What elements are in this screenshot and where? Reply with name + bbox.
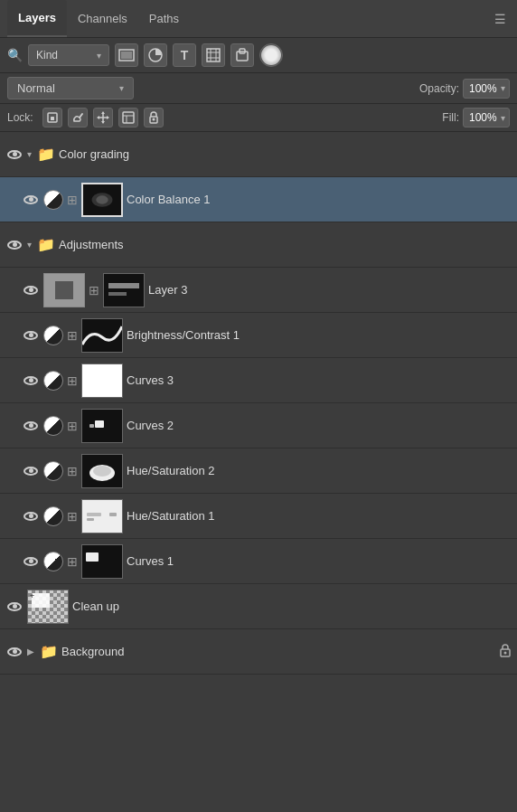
- svg-rect-29: [108, 292, 127, 296]
- link-icon-hue-saturation-1: ⊞: [67, 509, 78, 524]
- lock-art-icon[interactable]: [118, 108, 138, 127]
- layer-row-color-grading-group[interactable]: ▾ 📁 Color grading: [0, 132, 517, 177]
- svg-point-45: [504, 652, 507, 655]
- adj-icon-curves-1: [43, 552, 63, 571]
- svg-rect-33: [95, 420, 104, 428]
- folder-icon-background: 📁: [40, 643, 58, 660]
- layer-row-hue-saturation-2[interactable]: ⊞ Hue/Saturation 2: [0, 448, 517, 494]
- svg-rect-27: [104, 274, 144, 307]
- layer-name-layer-3: Layer 3: [148, 283, 512, 297]
- panel-menu-icon[interactable]: ☰: [491, 8, 510, 30]
- adj-icon-hue-saturation-1: [43, 506, 63, 526]
- adj-icon-hue-saturation-2: [43, 461, 63, 481]
- layer-name-curves-3: Curves 3: [127, 373, 512, 387]
- layer-name-brightness-contrast-1: Brightness/Contrast 1: [127, 328, 512, 342]
- kind-dropdown[interactable]: Kind ▾: [28, 44, 109, 66]
- visibility-eye-color-grading[interactable]: [5, 146, 24, 164]
- layer-row-clean-up[interactable]: + Clean up: [0, 584, 517, 629]
- thumbnail-clean-up: +: [27, 590, 69, 624]
- lock-pixels-icon[interactable]: [42, 108, 62, 127]
- layer-row-color-balance-1[interactable]: ⊞ Color Balance 1: [0, 177, 517, 222]
- link-icon-layer-3: ⊞: [89, 283, 99, 297]
- blend-dropdown-arrow: ▾: [119, 83, 124, 93]
- link-icon-brightness-contrast-1: ⊞: [67, 328, 78, 343]
- layer-row-curves-1[interactable]: ⊞ Curves 1: [0, 539, 517, 584]
- lock-paint-icon[interactable]: [68, 108, 88, 127]
- fill-group: Fill: 100% ▾: [442, 108, 510, 127]
- svg-rect-28: [108, 283, 139, 288]
- svg-marker-16: [97, 116, 99, 119]
- mask-thumbnail-layer-3: [103, 273, 145, 307]
- link-icon-hue-saturation-2: ⊞: [67, 464, 78, 478]
- lock-move-icon[interactable]: [93, 108, 113, 127]
- layers-list: ▾ 📁 Color grading ⊞ Color Balance 1 ▾ 📁 …: [0, 132, 517, 675]
- layer-name-hue-saturation-2: Hue/Saturation 2: [127, 464, 512, 477]
- link-icon-color-balance-1: ⊞: [67, 193, 78, 207]
- opacity-group: Opacity: 100% ▾: [419, 79, 510, 99]
- thumbnail-curves-2: [81, 409, 123, 443]
- lock-all-icon[interactable]: [144, 108, 164, 127]
- layer-name-color-grading: Color grading: [59, 147, 512, 161]
- visibility-eye-curves-3[interactable]: [22, 372, 40, 390]
- link-icon-curves-3: ⊞: [67, 373, 78, 388]
- filter-color-icon[interactable]: [259, 43, 283, 67]
- fill-input[interactable]: 100% ▾: [463, 108, 510, 127]
- link-icon-curves-1: ⊞: [67, 554, 78, 569]
- svg-rect-18: [123, 112, 134, 123]
- layer-row-hue-saturation-1[interactable]: ⊞ Hue/Saturation 1: [0, 494, 517, 539]
- layer-name-curves-2: Curves 2: [127, 419, 512, 432]
- thumbnail-curves-3: [81, 364, 123, 398]
- filter-pixel-icon[interactable]: [115, 43, 138, 67]
- svg-rect-40: [87, 518, 94, 521]
- svg-rect-1: [121, 52, 132, 59]
- filter-shape-icon[interactable]: [202, 43, 225, 67]
- visibility-eye-curves-2[interactable]: [22, 417, 40, 435]
- opacity-input[interactable]: 100% ▾: [463, 79, 510, 99]
- visibility-eye-clean-up[interactable]: [5, 598, 24, 616]
- visibility-eye-adjustments[interactable]: [5, 236, 24, 254]
- layer-name-color-balance-1: Color Balance 1: [127, 193, 512, 206]
- svg-rect-3: [207, 49, 220, 61]
- expand-arrow-adjustments[interactable]: ▾: [27, 240, 32, 250]
- tab-layers[interactable]: Layers: [7, 0, 67, 37]
- folder-icon-adjustments: 📁: [37, 236, 55, 253]
- svg-marker-15: [101, 121, 105, 124]
- filter-adjustment-icon[interactable]: [144, 43, 167, 67]
- visibility-eye-layer-3[interactable]: [22, 281, 40, 299]
- layers-panel: Layers Channels Paths ☰ 🔍 Kind ▾ T: [0, 0, 517, 675]
- blend-bar: Normal ▾ Opacity: 100% ▾: [0, 73, 517, 104]
- visibility-eye-curves-1[interactable]: [22, 552, 40, 571]
- filter-type-icon[interactable]: T: [173, 43, 196, 67]
- filter-smart-object-icon[interactable]: [230, 43, 254, 67]
- layer-row-brightness-contrast-1[interactable]: ⊞ Brightness/Contrast 1: [0, 313, 517, 358]
- kind-dropdown-arrow: ▾: [97, 51, 101, 61]
- layer-name-clean-up: Clean up: [72, 600, 512, 613]
- svg-marker-17: [107, 116, 109, 119]
- svg-rect-26: [55, 281, 73, 299]
- visibility-eye-hue-saturation-1[interactable]: [22, 507, 40, 525]
- thumbnail-hue-saturation-2: [81, 454, 123, 488]
- svg-rect-11: [51, 117, 54, 120]
- layer-row-curves-3[interactable]: ⊞ Curves 3: [0, 358, 517, 403]
- expand-arrow-color-grading[interactable]: ▾: [27, 149, 32, 159]
- tab-channels[interactable]: Channels: [67, 0, 138, 37]
- layer-row-curves-2[interactable]: ⊞ Curves 2: [0, 403, 517, 448]
- svg-rect-31: [82, 364, 122, 397]
- search-icon: 🔍: [7, 48, 23, 62]
- layer-row-adjustments-group[interactable]: ▾ 📁 Adjustments: [0, 222, 517, 268]
- adj-icon-curves-2: [43, 416, 63, 436]
- adj-icon-curves-3: [43, 371, 63, 391]
- link-icon-curves-2: ⊞: [67, 419, 78, 433]
- lock-icon-background: [499, 643, 512, 660]
- tab-paths[interactable]: Paths: [138, 0, 190, 37]
- thumbnail-color-balance-1: [81, 183, 123, 217]
- visibility-eye-color-balance-1[interactable]: [22, 191, 40, 209]
- svg-point-37: [93, 466, 111, 477]
- blend-mode-dropdown[interactable]: Normal ▾: [7, 77, 134, 99]
- layer-row-layer-3[interactable]: ⊞ Layer 3: [0, 268, 517, 313]
- layer-row-background[interactable]: ▶ 📁 Background: [0, 629, 517, 675]
- visibility-eye-background[interactable]: [5, 643, 24, 661]
- visibility-eye-hue-saturation-2[interactable]: [22, 462, 40, 480]
- visibility-eye-brightness-contrast-1[interactable]: [22, 326, 40, 345]
- expand-arrow-background[interactable]: ▶: [27, 647, 34, 656]
